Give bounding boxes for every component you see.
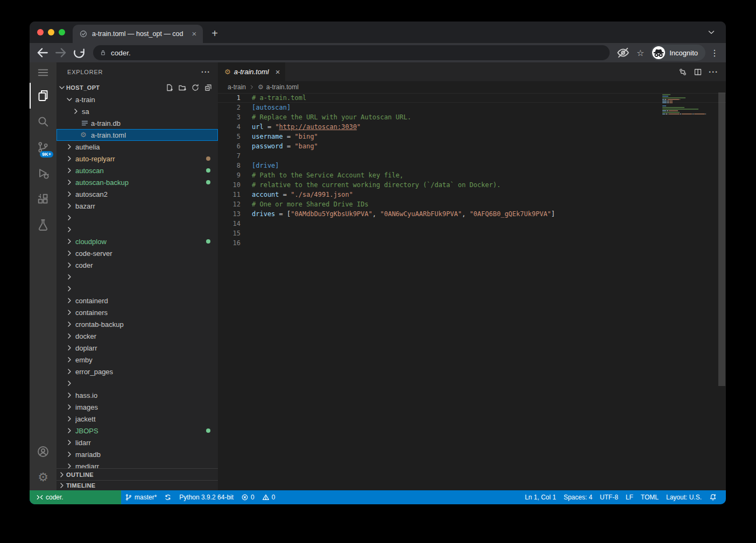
explorer-activity-icon[interactable]: [30, 83, 56, 109]
tree-item-mediarr[interactable]: mediarr: [56, 460, 218, 468]
outline-section[interactable]: OUTLINE: [56, 468, 218, 480]
tree-item-emby[interactable]: emby: [56, 354, 218, 366]
folder-section-header[interactable]: HOST_OPT: [56, 82, 218, 94]
status-item-lf[interactable]: LF: [622, 490, 637, 504]
tree-item-bazarr[interactable]: bazarr: [56, 200, 218, 212]
search-activity-icon[interactable]: [30, 109, 56, 134]
status-item-sync[interactable]: [160, 490, 175, 504]
tab-search-chevron-icon[interactable]: [706, 27, 716, 37]
tree-item-lidarr[interactable]: lidarr: [56, 437, 218, 448]
tree-item-sa[interactable]: sa: [56, 105, 218, 117]
status-left: coder.master*Python 3.9.2 64-bit00: [30, 490, 279, 504]
tree-item-JBOPS[interactable]: JBOPS: [56, 425, 218, 437]
chevron-right-icon: [65, 154, 74, 163]
tree-item-crontab-backup[interactable]: crontab-backup: [56, 318, 218, 330]
tree-item-cloudplow[interactable]: cloudplow: [56, 235, 218, 247]
status-item-ln-1-col-1[interactable]: Ln 1, Col 1: [521, 490, 560, 504]
breadcrumb[interactable]: a-train ⚙ a-train.toml: [218, 81, 726, 93]
status-item-bell[interactable]: [705, 490, 720, 504]
status-item-spaces-4[interactable]: Spaces: 4: [560, 490, 596, 504]
chevron-right-icon: [65, 462, 74, 468]
bookmark-star-icon[interactable]: ☆: [633, 46, 647, 60]
tree-item-containers[interactable]: containers: [56, 306, 218, 318]
collapse-folders-icon[interactable]: [204, 83, 213, 92]
editor-tab-close-icon[interactable]: ×: [275, 67, 280, 76]
tree-item-label: crontab-backup: [75, 320, 213, 328]
status-item-remote[interactable]: coder.: [30, 490, 121, 504]
tree-item-code-server[interactable]: code-server: [56, 247, 218, 259]
new-folder-icon[interactable]: [178, 83, 187, 92]
tree-item-jackett[interactable]: jackett: [56, 413, 218, 425]
tree-item-autoscan[interactable]: autoscan: [56, 165, 218, 176]
editor-more-icon[interactable]: ···: [709, 67, 718, 76]
tree-item-label: a-train.toml: [91, 131, 213, 139]
address-bar[interactable]: coder.: [93, 45, 610, 60]
tree-item-images[interactable]: images: [56, 401, 218, 413]
tree-item-blank[interactable]: [56, 377, 218, 389]
browser-menu-icon[interactable]: ⋮: [709, 46, 720, 60]
code-line: 9# Path to the Service Account key file,: [218, 170, 726, 180]
back-icon[interactable]: [35, 45, 50, 60]
editor-scrollbar[interactable]: [718, 92, 725, 386]
zoom-window-button[interactable]: [59, 29, 65, 35]
tree-item-doplarr[interactable]: doplarr: [56, 342, 218, 354]
close-window-button[interactable]: [37, 29, 44, 35]
timeline-section[interactable]: TIMELINE: [56, 480, 218, 490]
hamburger-menu-icon[interactable]: [30, 62, 56, 83]
tree-item-blank[interactable]: [56, 283, 218, 295]
open-changes-icon[interactable]: [679, 68, 687, 76]
tree-item-a-train[interactable]: a-train: [56, 94, 218, 105]
tree-item-autoscan2[interactable]: autoscan2: [56, 188, 218, 200]
tree-item-authelia[interactable]: authelia: [56, 141, 218, 153]
tree-item-hass.io[interactable]: hass.io: [56, 389, 218, 401]
minimap[interactable]: [662, 94, 706, 120]
browser-tab[interactable]: a-train.toml — host_opt — cod ×: [73, 25, 203, 43]
status-item-layout-u-s-[interactable]: Layout: U.S.: [662, 490, 705, 504]
status-item-branch[interactable]: master*: [121, 490, 160, 504]
editor-tab[interactable]: ⚙ a-train.toml ×: [218, 62, 285, 81]
status-item-utf-8[interactable]: UTF-8: [596, 490, 622, 504]
scm-badge: 9K+: [40, 151, 53, 158]
tree-item-coder[interactable]: coder: [56, 259, 218, 271]
status-item-error[interactable]: 0: [237, 490, 258, 504]
tree-item-containerd[interactable]: containerd: [56, 295, 218, 306]
tree-item-a-train.db[interactable]: a-train.db: [56, 117, 218, 129]
code-line: 16: [218, 238, 726, 248]
desktop: a-train.toml — host_opt — cod × + coder.…: [0, 0, 756, 543]
status-item-python-3-9-2-64-bit[interactable]: Python 3.9.2 64-bit: [175, 490, 237, 504]
tab-title: a-train.toml — host_opt — cod: [92, 30, 187, 38]
reload-icon[interactable]: [72, 45, 87, 60]
breadcrumb-file[interactable]: a-train.toml: [266, 83, 299, 91]
breadcrumb-folder[interactable]: a-train: [228, 83, 246, 91]
account-icon[interactable]: [30, 439, 56, 465]
tree-item-error_pages[interactable]: error_pages: [56, 366, 218, 377]
tree-item-a-train.toml[interactable]: ⚙a-train.toml: [56, 129, 218, 141]
tree-item-blank[interactable]: [56, 212, 218, 224]
tree-item-docker[interactable]: docker: [56, 330, 218, 342]
explorer-more-icon[interactable]: ···: [201, 68, 210, 76]
tree-item-autoscan-backup[interactable]: autoscan-backup: [56, 176, 218, 188]
eye-off-icon[interactable]: [616, 46, 630, 60]
split-editor-icon[interactable]: [694, 68, 702, 76]
code-line: 12# One or more Shared Drive IDs: [218, 199, 726, 209]
refresh-explorer-icon[interactable]: [191, 83, 200, 92]
tab-close-icon[interactable]: ×: [190, 30, 199, 38]
status-item-label: 0: [251, 494, 255, 501]
tree-item-mariadb[interactable]: mariadb: [56, 448, 218, 460]
status-item-toml[interactable]: TOML: [637, 490, 662, 504]
forward-icon[interactable]: [53, 45, 68, 60]
source-control-activity-icon[interactable]: 9K+: [30, 134, 56, 160]
extensions-activity-icon[interactable]: [30, 186, 56, 212]
tree-item-blank[interactable]: [56, 271, 218, 283]
status-item-warning[interactable]: 0: [258, 490, 279, 504]
chevron-down-icon: [65, 95, 74, 104]
test-beaker-activity-icon[interactable]: [30, 212, 56, 238]
new-tab-button[interactable]: +: [207, 26, 222, 41]
code-area[interactable]: 1# a-train.toml2[autoscan]3# Replace the…: [218, 93, 726, 490]
minimize-window-button[interactable]: [48, 29, 54, 35]
tree-item-auto-replyarr[interactable]: auto-replyarr: [56, 153, 218, 165]
settings-gear-icon[interactable]: ⚙: [30, 465, 56, 490]
run-debug-activity-icon[interactable]: [30, 160, 56, 186]
tree-item-blank[interactable]: [56, 224, 218, 235]
new-file-icon[interactable]: [165, 83, 174, 92]
